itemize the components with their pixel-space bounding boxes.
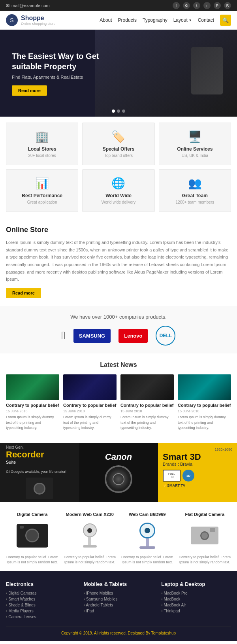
pinterest-icon[interactable]: P: [214, 2, 221, 9]
linkedin-icon[interactable]: in: [203, 2, 211, 9]
feature-great-team: 👥 Great Team 1200+ team members: [159, 169, 231, 212]
feature-title: Local Stores: [11, 146, 73, 152]
hero-dots: [112, 110, 125, 113]
footer-list: Digital Cameras Smart Watches Shade & Bl…: [6, 591, 76, 619]
nav-contact[interactable]: Contact: [198, 17, 214, 23]
hero-read-more-button[interactable]: Read more: [12, 85, 47, 96]
products-section: Digital Camera Contrary to popular belie…: [0, 506, 237, 571]
news-item-title: Contrary to popular belief: [120, 402, 174, 408]
list-item: Contrary to popular belief 15 June 2018 …: [63, 374, 117, 431]
feature-local-stores: 🏢 Local Stores 20+ local stores: [6, 123, 78, 165]
news-text: Lorem Ipsum is simply dummy text of the …: [178, 415, 231, 431]
product-title: Modern Web Cam X230: [64, 512, 117, 517]
news-text: Lorem Ipsum is simply dummy text of the …: [120, 415, 174, 431]
footer-bottom: Copyright © 2019. All rights reserved. D…: [6, 627, 231, 635]
feature-best-performance: 📊 Best Performance Great application: [6, 169, 78, 212]
list-item[interactable]: Shade & Blinds: [6, 603, 76, 607]
list-item[interactable]: MacBook: [161, 597, 231, 601]
list-item[interactable]: iPhone Mobiles: [84, 591, 154, 595]
list-item[interactable]: Thinkpad: [161, 609, 231, 613]
news-image-3: [120, 374, 174, 400]
twitter-icon[interactable]: t: [193, 2, 200, 9]
product-banners: Next Gen. Recorder Suite GI Guegets avai…: [0, 443, 237, 502]
nav-products[interactable]: Products: [118, 17, 137, 23]
news-date: 15 June 2018: [6, 409, 59, 413]
footer-list: MacBook Pro MacBook MacBook Air Thinkpad: [161, 591, 231, 613]
list-item[interactable]: MacBook Pro: [161, 591, 231, 595]
product-title: Digital Camera: [6, 512, 59, 517]
dot-2: [117, 110, 120, 113]
online-store-text: Lorem Ipsum is simply dummy text of the …: [6, 239, 231, 283]
footer-col-mobiles: Mobiles & Tablets iPhone Mobiles Samsung…: [84, 581, 154, 621]
webcam2-graphic: [137, 523, 157, 549]
online-store-section: Online Store Lorem Ipsum is simply dummy…: [0, 218, 237, 306]
top-bar: ✉ mail@example.com f G t in P R: [0, 0, 237, 11]
search-button[interactable]: 🔍: [220, 15, 231, 26]
building-icon: 🏢: [11, 130, 73, 143]
list-item[interactable]: Digital Cameras: [6, 591, 76, 595]
online-store-read-more-button[interactable]: Read more: [6, 288, 41, 298]
footer-col-title: Mobiles & Tablets: [84, 581, 154, 587]
footer-col-electronics: Electronics Digital Cameras Smart Watche…: [6, 581, 76, 621]
list-item[interactable]: iPad: [84, 609, 154, 613]
banner-brand: Brands : Bravia: [163, 462, 232, 466]
news-image-1: [6, 374, 59, 400]
feature-title: Special Offers: [87, 146, 149, 152]
email-icon: ✉: [6, 3, 9, 8]
news-item-title: Contrary to popular belief: [178, 402, 231, 408]
banner-title: Smart 3D: [163, 452, 232, 462]
products-grid: Digital Camera Contrary to popular belie…: [6, 512, 231, 565]
camera-graphic: [6, 478, 73, 499]
list-item[interactable]: MacBook Air: [161, 603, 231, 607]
rss-icon[interactable]: R: [224, 2, 231, 9]
list-item[interactable]: Samsung Mobiles: [84, 597, 154, 601]
banner-dim: 1920x1080: [163, 448, 232, 451]
dot-3: [122, 110, 125, 113]
product-item: Modern Web Cam X230 Contrary to popular …: [64, 512, 117, 565]
news-image-4: [178, 374, 231, 400]
footer: Electronics Digital Cameras Smart Watche…: [0, 571, 237, 641]
hero-content: The Easiest Way to Get suitable Property…: [12, 51, 111, 96]
news-date: 15 June 2018: [178, 409, 231, 413]
list-item[interactable]: Android Tablets: [84, 603, 154, 607]
list-item[interactable]: Media Players: [6, 609, 76, 613]
news-date: 15 June 2018: [63, 409, 117, 413]
email-text: mail@example.com: [11, 3, 50, 8]
feature-special-offers: 🏷️ Special Offers Top brand offers: [82, 123, 154, 165]
news-text: Lorem Ipsum is simply dummy text of the …: [6, 415, 59, 431]
canon-banner: Canon: [79, 443, 158, 502]
list-item: Contrary to popular belief 15 June 2018 …: [178, 374, 231, 431]
news-text: Lorem Ipsum is simply dummy text of the …: [63, 415, 117, 431]
hero-background: [95, 30, 237, 117]
facebook-icon[interactable]: f: [173, 2, 180, 9]
smart3d-banner: 1920x1080 Smart 3D Brands : Bravia FULLH…: [158, 443, 237, 502]
feature-sub: 1200+ team members: [164, 200, 226, 204]
footer-list: iPhone Mobiles Samsung Mobiles Android T…: [84, 591, 154, 613]
logo-icon: S: [6, 14, 18, 26]
designer-link[interactable]: Templateshub: [151, 631, 176, 635]
googleplus-icon[interactable]: G: [183, 2, 190, 9]
feature-online-services: 🖥️ Online Services US, UK & India: [159, 123, 231, 165]
list-item[interactable]: Camera Lenses: [6, 615, 76, 619]
nav-typography[interactable]: Typography: [143, 17, 167, 23]
chart-icon: 📊: [11, 177, 73, 190]
nav-layout[interactable]: Layout ▼: [173, 17, 192, 23]
product-item: Digital Camera Contrary to popular belie…: [6, 512, 59, 565]
recorder-banner: Next Gen. Recorder Suite GI Guegets avai…: [0, 443, 79, 502]
feature-sub: 20+ local stores: [11, 153, 73, 158]
banner-text1: Next Gen.: [6, 445, 73, 449]
news-item-title: Contrary to popular belief: [63, 402, 117, 408]
banner-text3: Suite: [6, 460, 73, 465]
nav-about[interactable]: About: [100, 17, 112, 23]
flat-camera-graphic: [191, 527, 218, 544]
list-item[interactable]: Smart Watches: [6, 597, 76, 601]
logo: S Shoppe Online shopping store: [6, 14, 56, 26]
companies-section: We have over 1000+ companies products. …: [0, 306, 237, 353]
feature-sub: Great application: [11, 200, 73, 204]
companies-logos:  SAMSUNG Lenovo DELL: [6, 326, 231, 346]
footer-col-title: Laptop & Desktop: [161, 581, 231, 587]
dot-1: [112, 110, 115, 113]
product-item: Flat Digital Camera Contrary to popular …: [179, 512, 231, 565]
product-text: Contrary to popular belief. Lorem Ipsum …: [6, 555, 59, 565]
product-text: Contrary to popular belief. Lorem Ipsum …: [179, 555, 231, 565]
